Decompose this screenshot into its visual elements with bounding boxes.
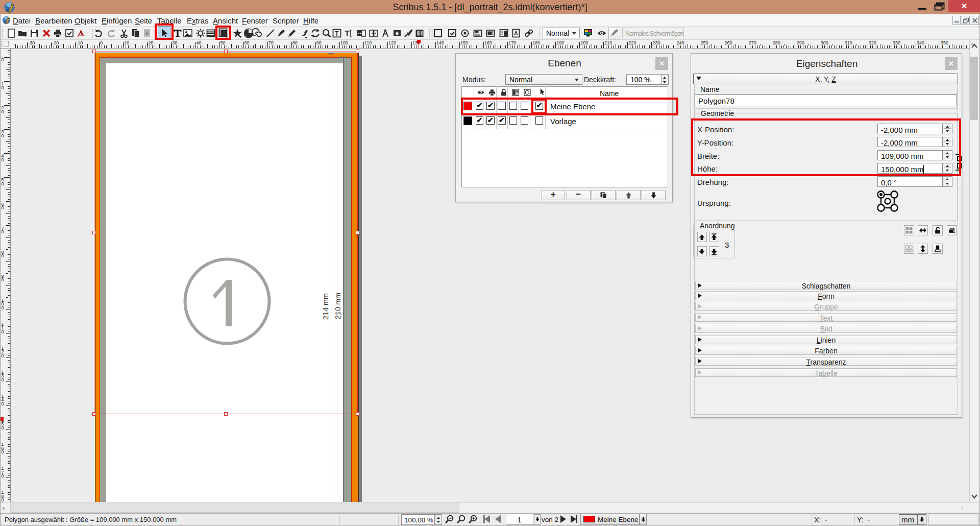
svg-text:T: T	[345, 29, 349, 37]
svg-text:A: A	[514, 30, 518, 36]
svg-text:T: T	[335, 30, 339, 37]
